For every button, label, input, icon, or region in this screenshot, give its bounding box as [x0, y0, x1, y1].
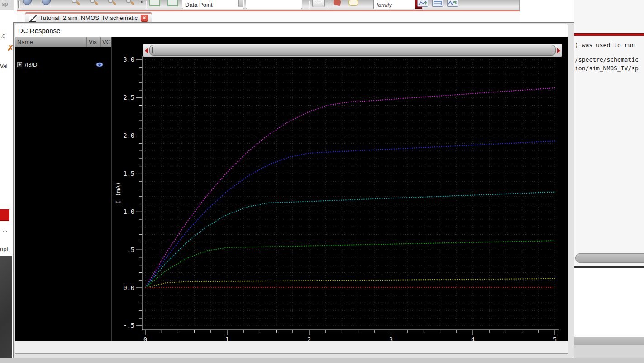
ciw-input-area[interactable]: [574, 268, 644, 337]
scrollbar-thumb[interactable]: [149, 45, 556, 56]
data-point-combobox-value: Data Point: [185, 1, 213, 8]
marker-icon[interactable]: [333, 0, 342, 6]
background-left-top-fragment: sp: [0, 0, 14, 10]
log-line: /spectre/schematic: [575, 56, 639, 63]
signal-name: /I3/D: [25, 61, 96, 68]
subwindow-icon[interactable]: [149, 0, 160, 6]
desktop-bottom-strip: [0, 358, 644, 363]
handle: [76, 1, 80, 5]
log-line: ) was used to run: [575, 42, 635, 48]
thumb-grip-right[interactable]: [551, 47, 553, 53]
curve-cyan[interactable]: [145, 192, 555, 288]
plot-title: DC Response: [15, 24, 568, 37]
thumb-grip-left[interactable]: [152, 47, 154, 53]
background-sp-text: sp: [2, 0, 8, 7]
graph-tool-icon-2[interactable]: [432, 0, 443, 7]
svg-text:1.0: 1.0: [124, 208, 134, 215]
svg-text:1: 1: [225, 336, 229, 341]
curve-green[interactable]: [145, 241, 555, 288]
toolbar-handle[interactable]: [308, 1, 310, 8]
zoom-x-icon[interactable]: [106, 0, 117, 8]
svg-text:2: 2: [307, 336, 311, 341]
toolbar-handle[interactable]: [145, 1, 147, 8]
graph-tool-icon-1[interactable]: [417, 0, 428, 7]
toolbar-overflow-chevron[interactable]: »: [140, 0, 143, 5]
handle: [130, 1, 134, 5]
iv-curves-plot[interactable]: -.50.0.51.01.52.02.53.0012345dc (V)I (mA…: [113, 37, 568, 341]
handle: [112, 1, 116, 5]
toolbar: » Data Point ···· family: [17, 0, 520, 10]
svg-text:3.0: 3.0: [124, 56, 134, 63]
combobox-scroll-edge[interactable]: [238, 0, 243, 7]
signal-tree-panel: Name Vis VGS + /I3/D: [15, 37, 111, 341]
svg-text:2.5: 2.5: [124, 94, 134, 101]
background-red-button-fragment[interactable]: [0, 209, 9, 221]
strip-mode-icon[interactable]: [167, 0, 178, 6]
handle: [94, 1, 98, 5]
signal-tree-header: Name Vis VGS: [15, 37, 111, 47]
column-header-vis[interactable]: Vis: [87, 37, 101, 47]
plot-panel: -.50.0.51.01.52.02.53.0012345dc (V)I (mA…: [113, 37, 568, 341]
data-point-combobox[interactable]: Data Point: [182, 0, 244, 9]
ciw-log-window: ) was used to run /spectre/schematic ion…: [574, 0, 644, 363]
ciw-red-divider: [574, 33, 644, 36]
background-close-x-icon[interactable]: ✗: [7, 44, 14, 53]
toolbar-handle[interactable]: [329, 1, 330, 8]
expand-plus-icon[interactable]: +: [17, 62, 22, 67]
toolbar-handle[interactable]: [18, 1, 20, 8]
svg-text:3: 3: [389, 336, 393, 341]
svg-text:0: 0: [143, 336, 147, 341]
svg-text:0.0: 0.0: [124, 284, 134, 291]
waveform-tab-icon: [29, 15, 36, 22]
plot-pan-scrollbar[interactable]: [143, 44, 562, 57]
log-line: ion/sim_NMOS_IV/sp: [575, 65, 639, 72]
screen: sp .0 ✗ Val ... ript ) was used to run /…: [0, 0, 644, 363]
svg-text:I (mA): I (mA): [114, 182, 122, 204]
zoom-in-icon[interactable]: [70, 0, 81, 8]
undo-icon[interactable]: [23, 0, 32, 5]
tab-close-icon[interactable]: ✕: [141, 15, 148, 22]
zoom-fit-icon[interactable]: [124, 0, 135, 8]
svg-text:4: 4: [471, 336, 475, 341]
column-header-vgs[interactable]: VGS: [101, 37, 111, 47]
column-header-name[interactable]: Name: [15, 37, 87, 47]
graph-tool-icon-3[interactable]: [447, 0, 458, 7]
curve-red[interactable]: [145, 287, 555, 288]
family-combobox-value: family: [377, 1, 392, 8]
scroll-left-arrow-icon[interactable]: [145, 48, 148, 53]
tab-tutorial2-sim-nmos-iv[interactable]: Tutorial_2 sim_NMOS_IV schematic ✕: [25, 12, 152, 23]
svg-text:2.0: 2.0: [124, 132, 134, 139]
redo-icon[interactable]: [42, 0, 51, 5]
visibility-eye-icon[interactable]: [96, 62, 103, 67]
scroll-right-arrow-icon[interactable]: [557, 48, 560, 53]
background-val-label: Val: [0, 63, 7, 69]
ciw-horizontal-scrollbar[interactable]: [575, 253, 644, 263]
curve-magenta[interactable]: [145, 88, 555, 288]
ciw-status-bar: [574, 337, 644, 345]
svg-text:.5: .5: [127, 246, 134, 253]
background-field-fragment: .0: [1, 33, 5, 39]
background-script-label: ript: [0, 246, 8, 252]
waveform-window: DC Response Name Vis VGS + /I3/D: [14, 23, 574, 358]
zoom-out-icon[interactable]: [88, 0, 99, 8]
tab-title: Tutorial_2 sim_NMOS_IV schematic: [39, 15, 138, 21]
svg-text:-.5: -.5: [124, 322, 134, 329]
plot-content: Name Vis VGS + /I3/D -.50.0.51.01.: [15, 37, 568, 341]
svg-text:1.5: 1.5: [124, 170, 134, 177]
background-dots-fragment: ...: [3, 227, 7, 233]
svg-text:5: 5: [553, 336, 557, 341]
ruler-button[interactable]: ····: [312, 0, 325, 7]
signal-row-i3d[interactable]: + /I3/D: [15, 61, 111, 68]
curve-blue[interactable]: [145, 141, 555, 288]
note-bubble-icon[interactable]: [348, 0, 358, 6]
family-combobox[interactable]: family: [373, 0, 415, 9]
background-schematic-canvas-fragment: [0, 256, 12, 358]
tab-bar: Tutorial_2 sim_NMOS_IV schematic ✕: [17, 11, 520, 23]
blank-combobox[interactable]: [246, 0, 302, 9]
